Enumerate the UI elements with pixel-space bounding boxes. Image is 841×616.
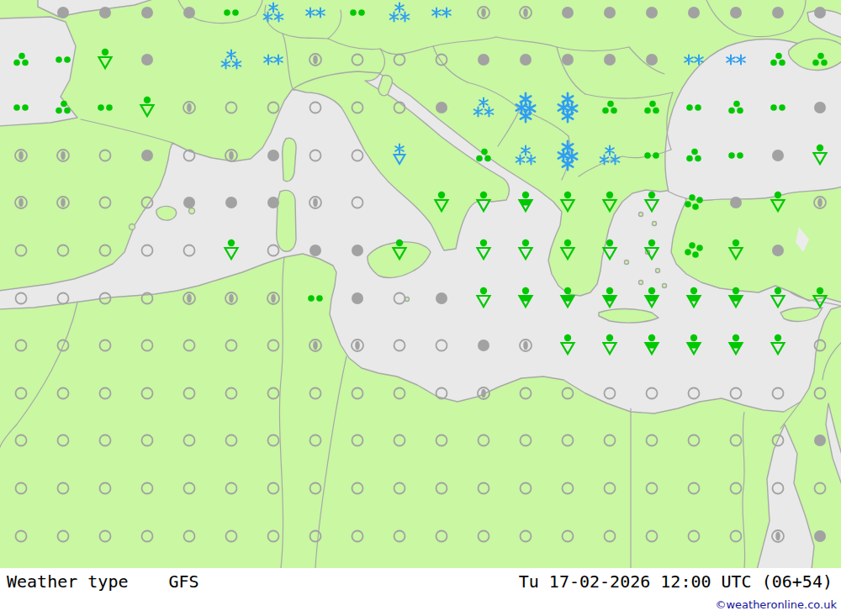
overcast-icon bbox=[352, 292, 363, 304]
overcast-icon bbox=[436, 292, 447, 304]
overcast-icon bbox=[141, 54, 153, 66]
overcast-icon bbox=[562, 7, 574, 18]
overcast-icon bbox=[183, 197, 195, 208]
mediterranean-weather-map bbox=[0, 0, 841, 568]
overcast-icon bbox=[352, 245, 363, 256]
overcast-icon bbox=[814, 7, 826, 18]
overcast-icon bbox=[436, 102, 447, 113]
overcast-icon bbox=[99, 7, 111, 18]
sardinia bbox=[277, 190, 296, 251]
corsica bbox=[283, 138, 296, 181]
overcast-icon bbox=[814, 434, 826, 446]
footer-main-line: Weather type GFS Tu 17-02-2026 12:00 UTC… bbox=[7, 571, 833, 592]
overcast-icon bbox=[814, 102, 826, 113]
overcast-icon bbox=[267, 150, 279, 161]
footer-bar: Weather type GFS Tu 17-02-2026 12:00 UTC… bbox=[0, 568, 841, 616]
overcast-icon bbox=[57, 7, 69, 18]
mallorca bbox=[156, 206, 177, 220]
overcast-icon bbox=[478, 340, 489, 351]
copyright-link[interactable]: ©weatheronline.co.uk bbox=[715, 598, 837, 611]
weather-map-page: Weather type GFS Tu 17-02-2026 12:00 UTC… bbox=[0, 0, 841, 616]
overcast-icon bbox=[772, 245, 784, 256]
minorca bbox=[189, 208, 195, 214]
overcast-icon bbox=[646, 7, 658, 18]
overcast-icon bbox=[225, 197, 237, 208]
overcast-icon bbox=[183, 7, 195, 18]
overcast-icon bbox=[562, 54, 574, 66]
product-label: Weather type bbox=[7, 571, 129, 592]
overcast-icon bbox=[688, 7, 700, 18]
overcast-icon bbox=[604, 54, 616, 66]
overcast-icon bbox=[520, 54, 532, 66]
overcast-icon bbox=[604, 7, 616, 18]
ibiza bbox=[130, 224, 135, 230]
model-label: GFS bbox=[169, 571, 199, 592]
overcast-icon bbox=[141, 7, 153, 18]
overcast-icon bbox=[772, 150, 784, 161]
overcast-icon bbox=[309, 245, 321, 256]
valid-time-label: Tu 17-02-2026 12:00 UTC (06+54) bbox=[519, 571, 833, 592]
overcast-icon bbox=[814, 530, 826, 542]
overcast-icon bbox=[267, 197, 279, 208]
overcast-icon bbox=[646, 54, 658, 66]
overcast-icon bbox=[730, 197, 742, 208]
overcast-icon bbox=[478, 54, 489, 66]
overcast-icon bbox=[772, 7, 784, 18]
overcast-icon bbox=[141, 150, 153, 161]
overcast-icon bbox=[730, 7, 742, 18]
